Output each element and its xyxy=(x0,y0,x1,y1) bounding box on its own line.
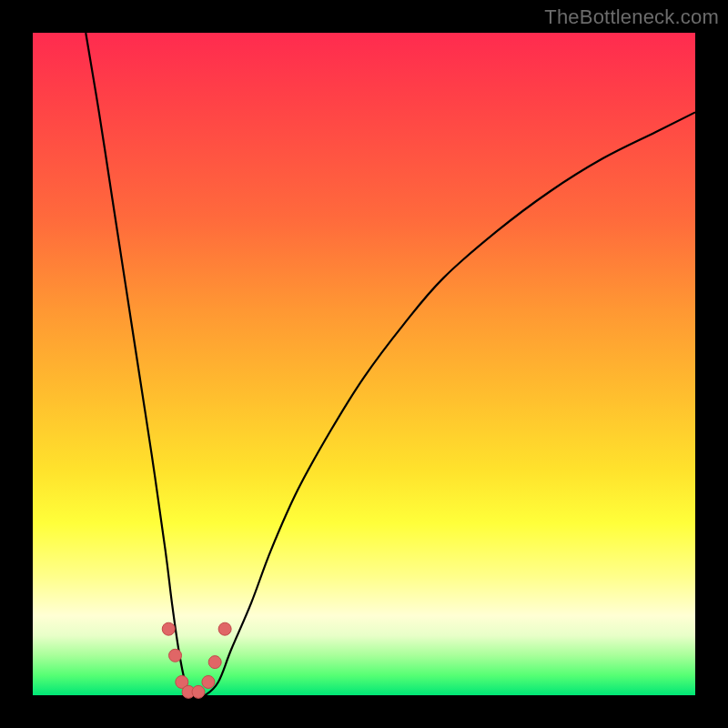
highlight-marker xyxy=(208,656,221,669)
highlight-markers xyxy=(162,622,231,698)
bottleneck-curve xyxy=(86,33,695,696)
curve-layer xyxy=(33,33,695,695)
watermark-text: TheBottleneck.com xyxy=(544,5,719,29)
highlight-marker xyxy=(218,622,231,635)
highlight-marker xyxy=(162,622,175,635)
highlight-marker xyxy=(169,649,182,662)
chart-frame: TheBottleneck.com xyxy=(0,0,728,728)
highlight-marker xyxy=(192,685,205,698)
highlight-marker xyxy=(202,675,215,688)
plot-area xyxy=(33,33,695,695)
